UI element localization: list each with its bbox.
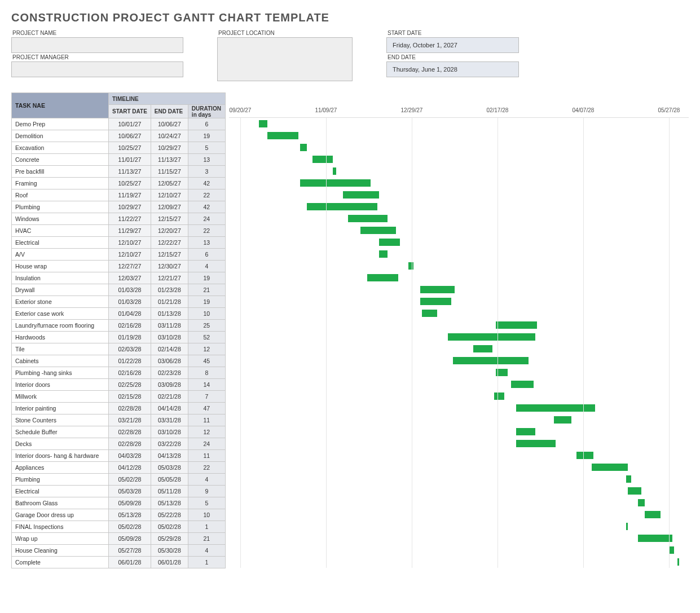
task-name-cell: Tile xyxy=(12,343,109,355)
gantt-bar[interactable] xyxy=(516,428,535,435)
gantt-bar[interactable] xyxy=(473,345,492,352)
gantt-row xyxy=(229,556,689,568)
gantt-bar[interactable] xyxy=(453,357,529,364)
table-row[interactable]: Drywall01/03/2801/23/2821 xyxy=(12,284,226,296)
table-row[interactable]: Exterior case work01/04/2801/13/2810 xyxy=(12,308,226,320)
table-row[interactable]: Stone Counters03/21/2803/31/2811 xyxy=(12,414,226,426)
gantt-bar[interactable] xyxy=(516,440,556,447)
table-row[interactable]: Wrap up05/09/2805/29/2821 xyxy=(12,533,226,545)
table-row[interactable]: Cabinets01/22/2803/06/2845 xyxy=(12,355,226,367)
gantt-bar[interactable] xyxy=(626,523,628,530)
gantt-bar[interactable] xyxy=(267,132,298,139)
table-row[interactable]: Hardwoods01/19/2803/10/2852 xyxy=(12,332,226,343)
gantt-row xyxy=(229,213,689,224)
task-start-cell: 02/28/28 xyxy=(109,426,151,438)
gantt-bar[interactable] xyxy=(307,203,377,210)
axis-tick-label: 11/09/27 xyxy=(315,107,337,113)
table-row[interactable]: House wrap12/27/2712/30/274 xyxy=(12,261,226,272)
table-row[interactable]: Framing10/25/2712/05/2742 xyxy=(12,178,226,189)
task-name-cell: Wrap up xyxy=(12,533,109,545)
table-row[interactable]: FINAL Inspections05/02/2805/02/281 xyxy=(12,521,226,533)
table-row[interactable]: Excavation10/25/2710/29/275 xyxy=(12,142,226,154)
end-date-input[interactable]: Thursday, June 1, 2028 xyxy=(386,61,519,77)
table-row[interactable]: Electrical05/03/2805/11/289 xyxy=(12,486,226,497)
gantt-row xyxy=(229,319,689,331)
table-row[interactable]: Interior painting02/28/2804/14/2847 xyxy=(12,403,226,414)
gantt-bar[interactable] xyxy=(645,511,660,518)
table-row[interactable]: Garage Door dress up05/13/2805/22/2810 xyxy=(12,509,226,521)
table-row[interactable]: Demolition10/06/2710/24/2719 xyxy=(12,130,226,142)
gantt-bar[interactable] xyxy=(379,250,388,258)
gantt-bar[interactable] xyxy=(420,286,455,293)
gantt-bar[interactable] xyxy=(408,262,413,270)
task-dur-cell: 5 xyxy=(188,142,225,154)
table-row[interactable]: Plumbing10/29/2712/09/2742 xyxy=(12,201,226,213)
table-row[interactable]: Laundry/furnace room flooring02/16/2803/… xyxy=(12,320,226,332)
task-dur-cell: 10 xyxy=(188,308,225,320)
table-row[interactable]: Exterior stone01/03/2801/21/2819 xyxy=(12,296,226,308)
gantt-bar[interactable] xyxy=(367,274,398,281)
gantt-row xyxy=(229,260,689,272)
task-dur-cell: 9 xyxy=(188,486,225,497)
task-table: TASK NAE TIMELINE START DATE END DATE DU… xyxy=(11,92,226,568)
gantt-bar[interactable] xyxy=(576,452,593,459)
gantt-bar[interactable] xyxy=(343,191,379,199)
task-start-cell: 05/02/28 xyxy=(109,521,151,533)
project-location-input[interactable] xyxy=(217,37,353,81)
table-row[interactable]: Electrical12/10/2712/22/2713 xyxy=(12,237,226,249)
col-end-date: END DATE xyxy=(151,105,188,118)
table-row[interactable]: Tile02/03/2802/14/2812 xyxy=(12,343,226,355)
table-row[interactable]: Interior doors- hang & hardware04/03/280… xyxy=(12,450,226,462)
gantt-bar[interactable] xyxy=(496,321,537,329)
table-row[interactable]: Plumbing05/02/2805/05/284 xyxy=(12,474,226,486)
gantt-bar[interactable] xyxy=(300,144,307,151)
gantt-bar[interactable] xyxy=(360,227,397,234)
gantt-bar[interactable] xyxy=(348,215,388,222)
gantt-bar[interactable] xyxy=(379,239,399,246)
table-row[interactable]: Plumbing -hang sinks02/16/2802/23/288 xyxy=(12,367,226,379)
gantt-bar[interactable] xyxy=(626,475,631,483)
gantt-bar[interactable] xyxy=(677,558,679,566)
gantt-bar[interactable] xyxy=(494,393,504,400)
table-row[interactable]: A/V12/10/2712/15/276 xyxy=(12,249,226,261)
axis-tick-label: 05/27/28 xyxy=(658,107,680,113)
gantt-bar[interactable] xyxy=(259,120,267,127)
table-row[interactable]: Appliances04/12/2805/03/2822 xyxy=(12,462,226,474)
task-name-cell: Excavation xyxy=(12,142,109,154)
gantt-bar[interactable] xyxy=(592,464,628,471)
gantt-bar[interactable] xyxy=(448,333,535,341)
table-row[interactable]: Roof11/19/2712/10/2722 xyxy=(12,189,226,201)
table-row[interactable]: Concrete11/01/2711/13/2713 xyxy=(12,154,226,166)
table-row[interactable]: Interior doors02/25/2803/09/2814 xyxy=(12,379,226,391)
table-row[interactable]: HVAC11/29/2712/20/2722 xyxy=(12,225,226,237)
start-date-input[interactable]: Friday, October 1, 2027 xyxy=(386,37,519,53)
gantt-bar[interactable] xyxy=(420,298,451,305)
table-row[interactable]: Complete06/01/2806/01/281 xyxy=(12,557,226,568)
gantt-bar[interactable] xyxy=(333,167,336,175)
table-row[interactable]: Windows11/22/2712/15/2724 xyxy=(12,213,226,225)
gantt-bar[interactable] xyxy=(628,487,641,495)
table-row[interactable]: Demo Prep10/01/2710/06/276 xyxy=(12,118,226,130)
gantt-bar[interactable] xyxy=(300,179,371,187)
gantt-bar[interactable] xyxy=(638,499,645,506)
gantt-bar[interactable] xyxy=(422,310,437,317)
task-end-cell: 05/13/28 xyxy=(151,497,188,509)
project-manager-input[interactable] xyxy=(11,61,183,77)
gantt-bar[interactable] xyxy=(511,381,534,388)
table-row[interactable]: Decks02/28/2803/22/2824 xyxy=(12,438,226,450)
gantt-bar[interactable] xyxy=(638,535,672,542)
gantt-bar[interactable] xyxy=(312,156,333,163)
task-name-cell: A/V xyxy=(12,249,109,261)
table-row[interactable]: Schedule Buffer02/28/2803/10/2812 xyxy=(12,426,226,438)
table-row[interactable]: Bathroom Glass05/09/2805/13/285 xyxy=(12,497,226,509)
col-start-date: START DATE xyxy=(109,105,151,118)
table-row[interactable]: House Cleaning05/27/2805/30/284 xyxy=(12,545,226,557)
gantt-bar[interactable] xyxy=(669,546,674,554)
task-dur-cell: 24 xyxy=(188,213,225,225)
table-row[interactable]: Millwork02/15/2802/21/287 xyxy=(12,391,226,403)
col-task-name: TASK NAE xyxy=(12,93,109,118)
project-name-input[interactable] xyxy=(11,37,183,53)
gantt-bar[interactable] xyxy=(554,416,571,424)
table-row[interactable]: Pre backfill11/13/2711/15/273 xyxy=(12,166,226,178)
table-row[interactable]: Insulation12/03/2712/21/2719 xyxy=(12,272,226,284)
